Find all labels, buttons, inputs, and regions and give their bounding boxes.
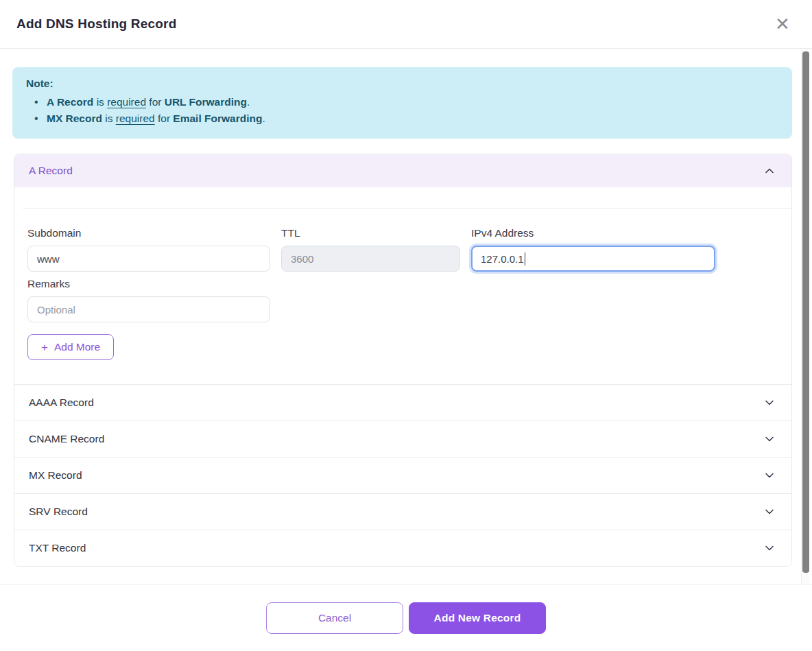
add-dns-record-modal: Add DNS Hosting Record ✕ Note: A Record …	[0, 0, 812, 651]
ipv4-label: IPv4 Address	[471, 227, 715, 239]
note-list: A Record is required for URL Forwarding.…	[34, 94, 778, 127]
record-accordion: A Record Subdomain	[14, 154, 792, 567]
chevron-down-icon	[764, 470, 775, 481]
note-text: for	[146, 96, 165, 108]
accordion-title: CNAME Record	[29, 433, 104, 445]
plus-icon: +	[41, 342, 48, 353]
accordion-title: A Record	[29, 165, 73, 177]
modal-body: Note: A Record is required for URL Forwa…	[0, 49, 812, 584]
modal-footer: Cancel Add New Record	[0, 584, 812, 651]
subdomain-input[interactable]	[27, 246, 270, 272]
chevron-down-icon	[764, 506, 775, 517]
note-text: is	[93, 96, 107, 108]
note-required-text: required	[116, 113, 155, 124]
accordion-title: SRV Record	[29, 506, 88, 518]
ipv4-field-group: IPv4 Address 127.0.0.1	[471, 227, 715, 272]
note-text: .	[247, 96, 250, 108]
remarks-label: Remarks	[27, 278, 270, 290]
accordion-header-cname-record[interactable]: CNAME Record	[14, 421, 791, 457]
chevron-up-icon	[764, 165, 775, 176]
add-more-label: Add More	[54, 341, 100, 353]
ttl-input	[281, 246, 460, 272]
accordion-title: TXT Record	[29, 542, 86, 554]
accordion-section-txt-record: TXT Record	[14, 530, 791, 566]
ttl-field-group: TTL	[281, 227, 460, 272]
accordion-title: MX Record	[29, 469, 82, 482]
close-icon[interactable]: ✕	[771, 12, 794, 36]
note-item-a-record: A Record is required for URL Forwarding.	[34, 94, 778, 110]
subdomain-label: Subdomain	[27, 227, 270, 239]
a-record-panel: Subdomain TTL IPv4 Address 127.0.0.1	[14, 208, 791, 384]
note-feature: URL Forwarding	[165, 96, 247, 108]
accordion-header-mx-record[interactable]: MX Record	[14, 458, 791, 493]
note-box: Note: A Record is required for URL Forwa…	[12, 67, 792, 139]
scrollbar-thumb[interactable]	[802, 51, 809, 573]
chevron-down-icon	[764, 543, 775, 554]
page-title: Add DNS Hosting Record	[16, 16, 176, 32]
accordion-header-a-record[interactable]: A Record	[14, 154, 791, 187]
note-required-text: required	[107, 96, 146, 108]
chevron-down-icon	[764, 434, 775, 445]
note-term: A Record	[47, 96, 93, 108]
text-caret	[525, 252, 526, 265]
scrollbar-track[interactable]	[801, 49, 809, 584]
accordion-header-srv-record[interactable]: SRV Record	[14, 494, 791, 530]
note-heading: Note:	[26, 78, 778, 90]
remarks-input[interactable]	[27, 296, 270, 322]
ipv4-value: 127.0.0.1	[481, 253, 524, 265]
add-new-record-button[interactable]: Add New Record	[409, 602, 546, 634]
ipv4-input[interactable]: 127.0.0.1	[471, 246, 715, 272]
note-feature: Email Forwarding	[173, 113, 262, 124]
remarks-field-group: Remarks	[27, 278, 270, 322]
accordion-title: AAAA Record	[29, 396, 94, 409]
accordion-section-srv-record: SRV Record	[14, 493, 791, 530]
accordion-header-aaaa-record[interactable]: AAAA Record	[14, 385, 791, 421]
note-text: for	[155, 113, 174, 124]
accordion-header-txt-record[interactable]: TXT Record	[14, 530, 791, 566]
add-more-button[interactable]: + Add More	[27, 334, 114, 360]
cancel-button[interactable]: Cancel	[266, 602, 403, 634]
note-text: .	[262, 113, 265, 124]
accordion-section-mx-record: MX Record	[14, 457, 791, 493]
accordion-section-cname-record: CNAME Record	[14, 421, 791, 457]
ttl-label: TTL	[281, 227, 460, 239]
subdomain-field-group: Subdomain	[27, 227, 270, 272]
modal-header: Add DNS Hosting Record ✕	[0, 0, 812, 49]
accordion-section-aaaa-record: AAAA Record	[14, 384, 791, 421]
chevron-down-icon	[764, 397, 775, 408]
accordion-section-a-record: A Record Subdomain	[14, 154, 791, 384]
note-item-mx-record: MX Record is required for Email Forwardi…	[34, 110, 778, 127]
note-text: is	[102, 113, 116, 124]
note-term: MX Record	[47, 113, 102, 124]
